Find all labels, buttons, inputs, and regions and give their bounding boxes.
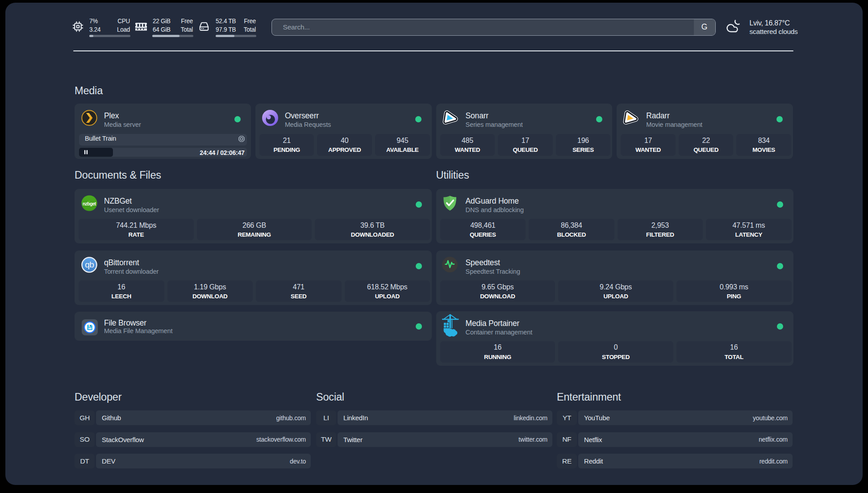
svg-text:nzbget: nzbget: [83, 201, 96, 206]
svg-text:qb: qb: [85, 260, 94, 269]
